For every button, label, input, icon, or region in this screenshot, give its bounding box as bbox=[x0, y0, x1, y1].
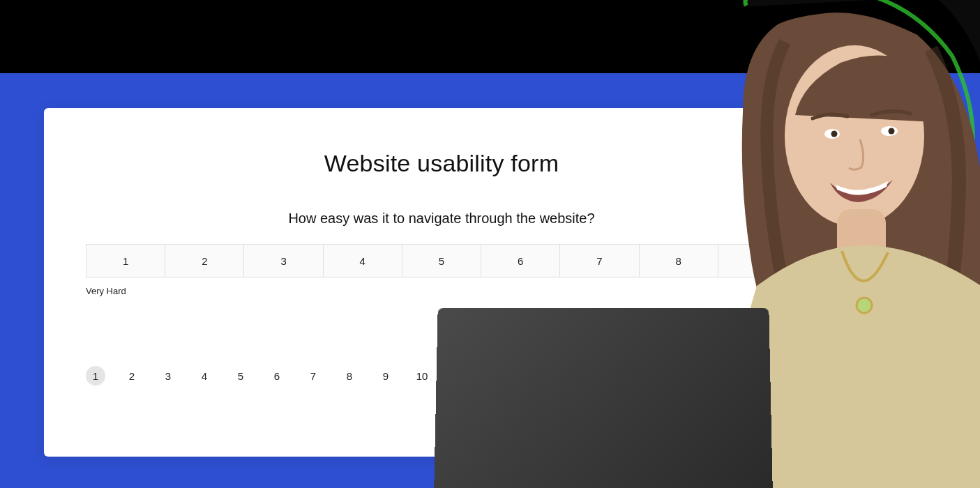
rating-option-1[interactable]: 1 bbox=[86, 244, 165, 277]
rating-option-8[interactable]: 8 bbox=[639, 244, 718, 277]
page-9[interactable]: 9 bbox=[376, 366, 395, 386]
rating-option-4[interactable]: 4 bbox=[323, 244, 402, 277]
page-4[interactable]: 4 bbox=[195, 366, 214, 386]
rating-labels: Very Hard bbox=[86, 286, 797, 296]
form-title: Website usability form bbox=[86, 150, 797, 177]
rating-option-6[interactable]: 6 bbox=[481, 244, 560, 277]
rating-option-2[interactable]: 2 bbox=[165, 244, 244, 277]
page-5[interactable]: 5 bbox=[231, 366, 250, 386]
rating-option-9[interactable]: 9 bbox=[718, 244, 797, 277]
top-banner bbox=[0, 0, 980, 73]
rating-option-3[interactable]: 3 bbox=[243, 244, 323, 277]
page-7[interactable]: 7 bbox=[303, 366, 323, 386]
rating-option-7[interactable]: 7 bbox=[559, 244, 639, 277]
page-1[interactable]: 1 bbox=[86, 366, 105, 386]
page-3[interactable]: 3 bbox=[158, 366, 178, 386]
rating-option-5[interactable]: 5 bbox=[402, 244, 481, 277]
page-10[interactable]: 10 bbox=[412, 366, 432, 386]
background-panel: Website usability form How easy was it t… bbox=[0, 73, 980, 488]
page-6[interactable]: 6 bbox=[267, 366, 287, 386]
page-2[interactable]: 2 bbox=[122, 366, 142, 386]
pagination: 1 2 3 4 5 6 7 8 9 10 bbox=[86, 366, 797, 386]
form-card: Website usability form How easy was it t… bbox=[44, 108, 839, 457]
page-8[interactable]: 8 bbox=[340, 366, 359, 386]
question-text: How easy was it to navigate through the … bbox=[86, 211, 797, 227]
label-low: Very Hard bbox=[86, 286, 126, 296]
rating-scale: 1 2 3 4 5 6 7 8 9 bbox=[86, 244, 797, 277]
